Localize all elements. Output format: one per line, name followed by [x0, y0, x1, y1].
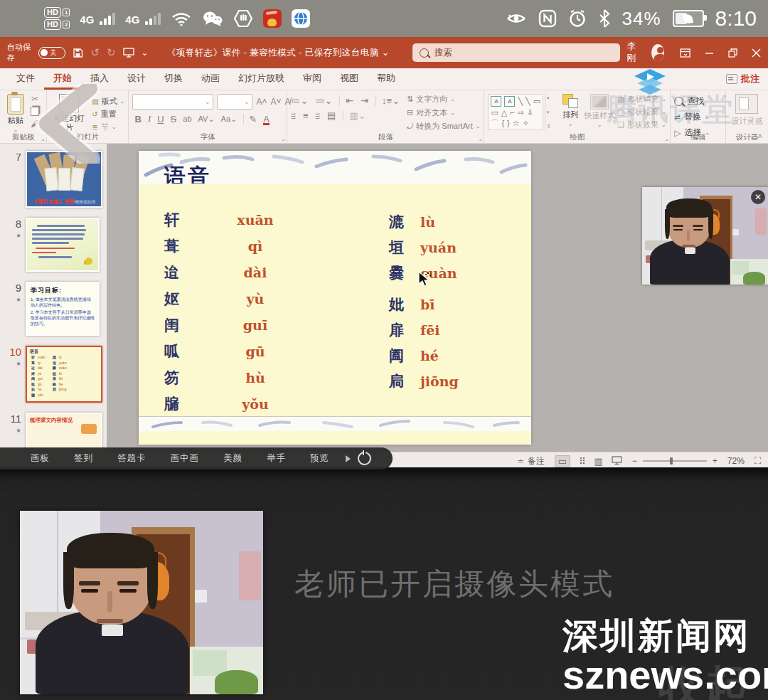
highlight-button[interactable]: ✎: [243, 114, 257, 124]
ribbon-tab[interactable]: 视图: [331, 68, 368, 90]
grow-font-button[interactable]: A˄: [256, 97, 267, 107]
hd2-badge: HD: [44, 19, 61, 30]
classroom-toolbar-item[interactable]: 画中画: [159, 452, 212, 465]
ribbon-tab[interactable]: 幻灯片放映: [229, 68, 294, 90]
paste-button[interactable]: 粘贴⌄: [4, 94, 28, 133]
classroom-toolbar-item[interactable]: 签到: [62, 452, 105, 465]
arrange-button[interactable]: 排列⌄: [558, 94, 583, 127]
thumbnail-slide-8[interactable]: 8★: [3, 218, 102, 272]
smartart-button[interactable]: ⤾转换为 SmartArt⌄: [407, 121, 480, 132]
thumbnail-slide-10-current[interactable]: 10★ 语音 轩xuān葺qì迨dài妪yù闺guī呱gū笏hù牖yǒu 漉lù…: [3, 346, 102, 403]
power-button[interactable]: [358, 452, 371, 465]
shape-effects-button[interactable]: ❏形状效果⌄: [617, 120, 666, 130]
find-button[interactable]: 查找: [674, 95, 710, 107]
slide-thumbnail-panel[interactable]: 7 《震川文集》书影明崇祯刻本 8★: [0, 144, 107, 452]
hanzi-character: 扃: [389, 371, 410, 391]
animation-star-icon: ★: [3, 296, 21, 303]
align-center-button[interactable]: ≡: [303, 110, 309, 121]
search-input[interactable]: 搜索: [412, 43, 620, 62]
quick-styles-button[interactable]: 快速样式⌄: [583, 94, 616, 128]
slide-sorter-view-button[interactable]: ⠿: [579, 456, 586, 467]
save-button[interactable]: [73, 48, 83, 58]
font-size-select[interactable]: ⌄: [217, 94, 252, 110]
close-webcam-icon[interactable]: ✕: [751, 190, 765, 204]
align-left-button[interactable]: Ⲷ: [291, 110, 296, 121]
strikethrough-button[interactable]: S: [171, 114, 177, 124]
thumbnail-slide-9[interactable]: 9★ 学习目标: 1. 体会本文笔墨清淡而情意缠绵动人的写作特色。 2. 学习本…: [3, 282, 102, 336]
classroom-toolbar-item[interactable]: 举手: [255, 452, 298, 465]
classroom-toolbar-items[interactable]: 画板签到答题卡画中画美颜举手预览: [0, 452, 341, 465]
watermark: 深圳新闻网 sznews.com: [562, 618, 768, 695]
undo-button[interactable]: ↺: [90, 46, 100, 59]
zoom-out-button[interactable]: −: [632, 456, 637, 466]
ribbon-display-options-button[interactable]: [680, 48, 690, 58]
ribbon-tab[interactable]: 审阅: [294, 68, 331, 90]
annotate-button[interactable]: 批注: [726, 73, 759, 85]
slideshow-quick-button[interactable]: [123, 48, 134, 58]
shrink-font-button[interactable]: A˅: [271, 97, 282, 107]
classroom-toolbar-item[interactable]: 画板: [18, 452, 62, 465]
ribbon-tab[interactable]: 动画: [192, 68, 229, 90]
quick-access-more-button[interactable]: ⌄: [142, 48, 149, 58]
classroom-toolbar-item[interactable]: 答题卡: [105, 452, 159, 465]
zoom-in-button[interactable]: +: [713, 456, 718, 466]
teacher-webcam-large[interactable]: [20, 511, 263, 694]
classroom-toolbar-item[interactable]: 预览: [298, 452, 341, 465]
autosave-toggle[interactable]: 自动保存 关: [7, 42, 65, 63]
align-right-button[interactable]: Ⲷ: [316, 110, 321, 121]
numbering-button[interactable]: ≕⌄: [315, 95, 332, 106]
normal-view-button[interactable]: ▭: [555, 455, 570, 467]
character-spacing-button[interactable]: AV⌄: [198, 115, 215, 124]
text-shadow-button[interactable]: ab: [183, 115, 191, 123]
align-text-button[interactable]: ⊟对齐文本⌄: [407, 107, 480, 118]
bold-button[interactable]: B: [134, 114, 141, 124]
redo-button[interactable]: ↻: [107, 46, 116, 59]
teacher-webcam-small[interactable]: ✕: [642, 187, 768, 285]
slide-9-thumb[interactable]: 学习目标: 1. 体会本文笔墨清淡而情意缠绵动人的写作特色。 2. 学习本文善于…: [26, 282, 100, 336]
restore-button[interactable]: [728, 48, 737, 58]
reading-view-button[interactable]: ▥: [594, 456, 603, 467]
columns-button[interactable]: ▥⌄: [343, 110, 366, 121]
play-icon[interactable]: [346, 455, 351, 462]
thumbnail-slide-11[interactable]: 11★ 梳理课文内容情况: [3, 413, 102, 452]
replace-button[interactable]: ⇄替换⌄: [674, 111, 710, 123]
user-name[interactable]: 李刚: [627, 41, 641, 65]
minimize-button[interactable]: [705, 48, 714, 58]
slide-canvas[interactable]: 语音 轩 xuān 葺 qì: [139, 151, 531, 445]
shape-gallery-scroll[interactable]: ▴▾⊽: [545, 94, 552, 130]
ribbon-tab[interactable]: 切换: [155, 68, 192, 90]
shape-outline-button[interactable]: ▢形状轮廓⌄: [617, 107, 666, 117]
collapse-ribbon-button[interactable]: ˄: [758, 132, 762, 140]
design-ideas-button[interactable]: 设计灵感: [730, 94, 764, 126]
slide-10-thumb[interactable]: 语音 轩xuān葺qì迨dài妪yù闺guī呱gū笏hù牖yǒu 漉lù垣yuá…: [26, 346, 102, 403]
underline-button[interactable]: U: [157, 114, 164, 124]
zoom-level[interactable]: 72%: [727, 456, 745, 466]
classroom-toolbar-item[interactable]: 美颜: [211, 452, 255, 465]
slideshow-view-button[interactable]: [612, 456, 622, 467]
bullets-button[interactable]: ≔⌄: [291, 95, 308, 106]
slide-11-thumb[interactable]: 梳理课文内容情况: [26, 413, 102, 452]
font-name-select[interactable]: ⌄: [132, 94, 213, 110]
notes-button[interactable]: ≐备注: [517, 455, 544, 467]
line-spacing-button[interactable]: ↕≡⌄: [375, 95, 400, 106]
font-color-button[interactable]: A: [263, 114, 270, 124]
slide-8-thumb[interactable]: [26, 218, 100, 272]
avatar[interactable]: [651, 44, 664, 61]
document-title[interactable]: 《项脊轩志》课件 - 兼容性模式 - 已保存到这台电脑 ⌄: [167, 47, 390, 59]
close-button[interactable]: [752, 48, 761, 58]
increase-indent-button[interactable]: ⇥: [361, 95, 368, 106]
zoom-control[interactable]: − +: [632, 456, 718, 466]
ppt-title-bar: 自动保存 关 ↺ ↻ ⌄ 《项脊轩志》课件 - 兼容性模式 - 已保存到这台电脑…: [0, 37, 768, 68]
fit-to-window-button[interactable]: ⛶: [754, 455, 761, 467]
zoom-slider[interactable]: [643, 460, 707, 462]
ribbon-tab[interactable]: 设计: [118, 68, 155, 90]
change-case-button[interactable]: Aa⌄: [221, 115, 238, 124]
justify-button[interactable]: ▤: [327, 110, 336, 121]
italic-button[interactable]: I: [148, 113, 151, 124]
search-icon: [420, 48, 429, 58]
ribbon-tab[interactable]: 帮助: [368, 68, 405, 90]
shape-gallery[interactable]: AA╲╲▭ ▭△⌐⇨⇩ ⌒{}☆✧ ▴▾⊽: [488, 94, 552, 130]
decrease-indent-button[interactable]: ⇤: [339, 95, 353, 106]
text-direction-button[interactable]: ⇅文字方向⌄: [407, 94, 480, 105]
back-chevron-overlay[interactable]: [31, 84, 102, 164]
